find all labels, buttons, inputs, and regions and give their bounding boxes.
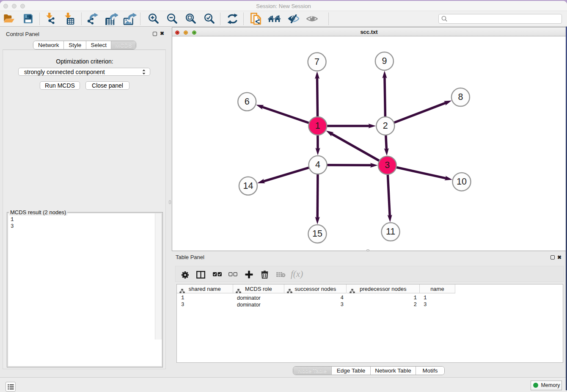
svg-text:14: 14 [243, 181, 253, 191]
svg-text:9: 9 [382, 56, 387, 66]
svg-text:3: 3 [385, 160, 390, 170]
svg-text:6: 6 [245, 97, 250, 107]
svg-text:1: 1 [315, 121, 320, 131]
svg-text:4: 4 [315, 160, 320, 170]
svg-text:7: 7 [314, 57, 319, 67]
svg-text:8: 8 [458, 92, 463, 102]
svg-text:10: 10 [457, 177, 467, 187]
svg-text:11: 11 [386, 226, 395, 237]
svg-text:15: 15 [312, 229, 322, 239]
svg-text:2: 2 [383, 121, 388, 131]
